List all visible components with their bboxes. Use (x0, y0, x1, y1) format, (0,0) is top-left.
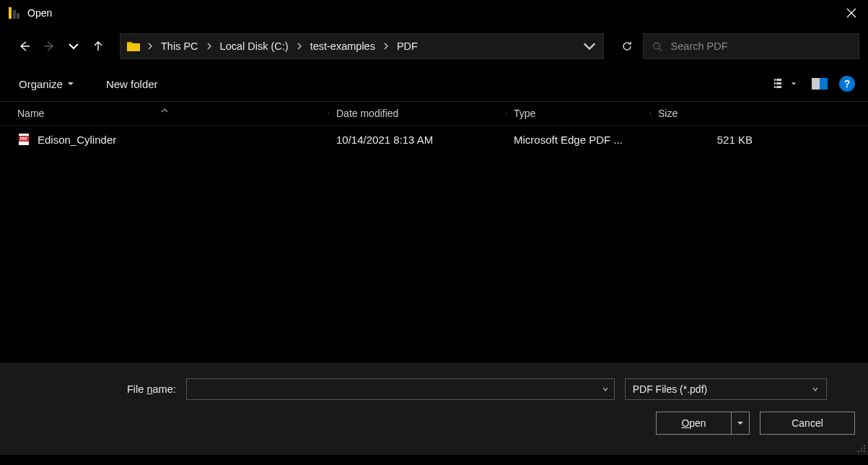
breadcrumb-item[interactable]: PDF (393, 40, 422, 52)
bottom-panel: File name: PDF Files (*.pdf) Open Cancel (0, 362, 868, 455)
svg-point-19 (861, 451, 862, 452)
svg-point-3 (654, 43, 659, 48)
file-name: Edison_Cylinder (38, 134, 116, 146)
column-headers: Name Date modified Type Size (0, 101, 868, 126)
svg-rect-2 (17, 13, 19, 19)
address-dropdown[interactable] (582, 38, 597, 54)
toolbar: Organize New folder ? (0, 66, 868, 101)
filter-selected: PDF Files (*.pdf) (633, 383, 707, 395)
column-header-size[interactable]: Size (651, 108, 868, 119)
sort-indicator (161, 103, 168, 115)
file-type-filter[interactable]: PDF Files (*.pdf) (625, 378, 827, 400)
column-header-name[interactable]: Name (0, 108, 329, 119)
svg-rect-1 (13, 10, 16, 19)
chevron-right-icon (296, 43, 303, 50)
arrow-up-icon (92, 40, 105, 53)
details-view-icon (773, 77, 788, 90)
app-icon (7, 6, 20, 19)
refresh-button[interactable] (615, 33, 639, 59)
svg-point-17 (864, 448, 865, 449)
preview-pane-button[interactable] (807, 74, 832, 94)
help-button[interactable]: ? (839, 76, 855, 92)
close-button[interactable] (835, 0, 868, 26)
svg-rect-9 (776, 86, 781, 88)
organize-button[interactable]: Organize (13, 75, 80, 93)
svg-rect-7 (776, 82, 781, 84)
chevron-right-icon (146, 43, 154, 50)
breadcrumb-separator[interactable] (293, 40, 306, 53)
caret-up-icon (161, 108, 168, 113)
new-folder-label: New folder (106, 78, 158, 90)
recent-locations-button[interactable] (63, 36, 84, 56)
pdf-file-icon: PDF (17, 133, 30, 146)
forward-button[interactable] (39, 36, 59, 56)
search-icon (652, 41, 662, 52)
file-size: 521 KB (651, 134, 868, 146)
svg-rect-8 (774, 86, 776, 88)
arrow-left-icon (18, 40, 31, 53)
up-button[interactable] (88, 36, 108, 56)
chevron-down-icon (602, 386, 609, 393)
cancel-button[interactable]: Cancel (760, 412, 855, 435)
caret-down-icon (791, 81, 797, 87)
filename-label: File name: (127, 383, 176, 395)
svg-rect-6 (774, 82, 776, 84)
breadcrumb-separator[interactable] (203, 40, 216, 53)
preview-pane-icon (812, 78, 828, 90)
svg-point-18 (858, 451, 859, 452)
svg-rect-5 (776, 79, 781, 81)
breadcrumb-separator[interactable] (380, 40, 393, 53)
open-split-button: Open (656, 412, 750, 435)
chevron-right-icon (382, 43, 390, 50)
column-header-type[interactable]: Type (507, 108, 651, 119)
chevron-down-icon (67, 40, 80, 53)
title-bar: Open (0, 0, 868, 26)
file-date: 10/14/2021 8:13 AM (329, 134, 507, 146)
close-icon (846, 8, 856, 18)
chevron-right-icon (206, 43, 213, 50)
refresh-icon (621, 40, 633, 52)
folder-icon (126, 40, 141, 53)
file-list: PDF Edison_Cylinder 10/14/2021 8:13 AM M… (0, 126, 868, 362)
new-folder-button[interactable]: New folder (100, 75, 164, 93)
breadcrumb-item[interactable]: Local Disk (C:) (216, 40, 293, 52)
file-type: Microsoft Edge PDF ... (507, 134, 651, 146)
caret-down-icon (737, 420, 744, 427)
organize-label: Organize (19, 78, 63, 90)
help-icon: ? (844, 78, 851, 90)
resize-grip[interactable] (857, 444, 866, 453)
search-box[interactable] (643, 33, 859, 59)
window-title: Open (27, 7, 52, 19)
open-dropdown[interactable] (732, 412, 749, 434)
breadcrumb-separator[interactable] (144, 40, 157, 53)
file-row[interactable]: PDF Edison_Cylinder 10/14/2021 8:13 AM M… (0, 126, 868, 150)
chevron-down-icon (582, 38, 597, 54)
filename-input[interactable] (187, 379, 594, 399)
view-options-button[interactable] (773, 74, 797, 94)
breadcrumb-item[interactable]: test-examples (306, 40, 380, 52)
svg-text:PDF: PDF (20, 136, 27, 141)
arrow-right-icon (43, 40, 56, 53)
address-bar[interactable]: This PC Local Disk (C:) test-examples PD… (120, 33, 604, 59)
open-button[interactable]: Open (657, 412, 732, 434)
svg-rect-0 (9, 7, 12, 19)
filename-dropdown[interactable] (597, 379, 614, 399)
svg-point-15 (864, 445, 865, 446)
caret-down-icon (67, 80, 74, 87)
back-button[interactable] (14, 36, 35, 56)
svg-rect-11 (820, 78, 828, 90)
filename-combobox[interactable] (186, 378, 615, 400)
column-header-date[interactable]: Date modified (329, 108, 507, 119)
svg-rect-4 (774, 79, 776, 81)
svg-point-16 (861, 448, 862, 449)
svg-point-20 (864, 451, 865, 452)
search-input[interactable] (671, 40, 850, 52)
breadcrumb-item[interactable]: This PC (157, 40, 203, 52)
navigation-bar: This PC Local Disk (C:) test-examples PD… (0, 26, 868, 66)
chevron-down-icon (812, 386, 819, 393)
